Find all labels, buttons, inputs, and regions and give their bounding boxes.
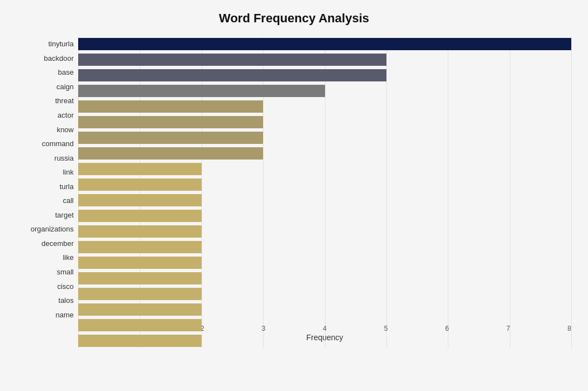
bar — [78, 335, 202, 347]
y-label: link — [63, 165, 74, 180]
bar-row — [78, 52, 571, 67]
bar — [78, 225, 202, 238]
bar-row — [78, 302, 571, 317]
bar — [78, 116, 263, 128]
y-label: caign — [56, 80, 74, 94]
bar — [78, 54, 386, 66]
y-label: tinyturla — [48, 37, 74, 51]
y-label: backdoor — [44, 51, 74, 66]
x-axis-spacer — [17, 325, 78, 332]
grid-line — [571, 37, 572, 348]
chart-area: tinyturlabackdoorbasecaignthreatactorkno… — [17, 37, 571, 322]
bar — [78, 147, 263, 160]
bar — [78, 257, 202, 269]
bars-container — [78, 37, 571, 348]
bar — [78, 319, 202, 331]
bar-row — [78, 334, 571, 348]
y-label: base — [58, 65, 74, 80]
bar — [78, 303, 202, 316]
bar — [78, 288, 202, 300]
bar-row — [78, 271, 571, 286]
bar-row — [78, 162, 571, 176]
y-label: organizations — [31, 222, 74, 236]
bar-row — [78, 318, 571, 332]
bar-row — [78, 84, 571, 98]
chart-title: Word Frequency Analysis — [17, 11, 571, 26]
y-label: target — [55, 208, 74, 223]
bar-row — [78, 131, 571, 145]
y-label: know — [57, 122, 74, 137]
y-label: russia — [54, 151, 74, 165]
bar-row — [78, 193, 571, 207]
bar — [78, 38, 571, 50]
plot-area — [78, 37, 571, 322]
bar — [78, 178, 202, 191]
y-label: cisco — [57, 279, 74, 293]
bar-row — [78, 115, 571, 129]
bar — [78, 272, 202, 284]
bar — [78, 210, 202, 222]
y-label: command — [42, 137, 74, 151]
y-label: talos — [59, 293, 74, 308]
y-label: december — [41, 236, 74, 251]
bar — [78, 163, 202, 175]
bar-row — [78, 240, 571, 254]
bar — [78, 194, 202, 206]
bar-row — [78, 287, 571, 301]
x-axis-spacer2 — [17, 332, 78, 342]
bar-row — [78, 224, 571, 239]
y-label: name — [55, 307, 74, 322]
y-label: like — [63, 250, 74, 265]
bar-row — [78, 68, 571, 83]
bar-row — [78, 209, 571, 223]
bar — [78, 132, 263, 144]
bar — [78, 85, 325, 97]
bar-row — [78, 146, 571, 161]
y-label: actor — [58, 108, 74, 123]
bar-row — [78, 37, 571, 51]
y-label: small — [57, 265, 74, 279]
y-label: threat — [55, 94, 74, 108]
bar — [78, 100, 263, 113]
bar — [78, 241, 202, 253]
bar-row — [78, 99, 571, 114]
y-label: call — [63, 194, 74, 208]
y-axis: tinyturlabackdoorbasecaignthreatactorkno… — [17, 37, 78, 322]
y-label: turla — [60, 179, 74, 194]
bar-row — [78, 177, 571, 192]
chart-container: Word Frequency Analysis tinyturlabackdoo… — [0, 0, 588, 391]
bar-row — [78, 255, 571, 270]
bar — [78, 69, 386, 81]
